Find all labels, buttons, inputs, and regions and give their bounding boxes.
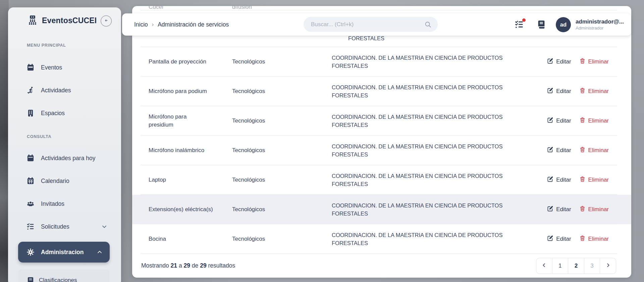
- header-right-cluster: ad administrador@... Administrador: [514, 13, 624, 36]
- service-name-cell: Micrófono para podium: [149, 87, 232, 95]
- edit-button[interactable]: Editar: [547, 117, 571, 125]
- calendar-grid-icon: [26, 177, 35, 185]
- pagination-next-button[interactable]: [600, 258, 616, 274]
- service-name-cell: Micrófono inalámbrico: [149, 146, 232, 154]
- sidebar-item-calendario[interactable]: Calendario: [8, 171, 121, 191]
- delete-button[interactable]: Eliminar: [579, 146, 609, 154]
- delete-label: Eliminar: [588, 236, 609, 242]
- edit-button[interactable]: Editar: [547, 87, 571, 95]
- edit-button[interactable]: Editar: [547, 176, 571, 184]
- delete-button[interactable]: Eliminar: [579, 205, 609, 214]
- sidebar-item-label: Clasificaciones: [39, 277, 77, 282]
- delete-button[interactable]: Eliminar: [579, 117, 609, 125]
- edit-label: Editar: [556, 147, 571, 154]
- table-row[interactable]: Micrófono para podium Tecnológicos COORD…: [132, 77, 631, 106]
- delete-button[interactable]: Eliminar: [579, 58, 609, 66]
- sidebar-item-eventos[interactable]: Eventos: [8, 58, 121, 77]
- table-row[interactable]: Laptop Tecnológicos COORDINACION. DE LA …: [132, 165, 631, 195]
- sidebar-item-invitados[interactable]: Invitados: [8, 194, 121, 214]
- results-summary: Mostrando 21 a 29 de 29 resultados: [141, 262, 235, 269]
- search-input[interactable]: [304, 21, 424, 28]
- skater-icon: [26, 86, 35, 95]
- sidebar-item-espacios[interactable]: Espacios: [8, 103, 121, 123]
- pagination: 1 2 3: [536, 258, 616, 274]
- sidebar-item-label: Actividades para hoy: [41, 155, 95, 162]
- sidebar-item-solicitudes[interactable]: Solicitudes: [8, 217, 121, 236]
- delete-label: Eliminar: [588, 147, 609, 154]
- log-book-button[interactable]: [536, 19, 546, 30]
- summary-text: Mostrando: [141, 262, 171, 269]
- summary-text: resultados: [207, 262, 235, 269]
- pagination-page-1[interactable]: 1: [552, 258, 568, 274]
- search-box: [304, 17, 438, 32]
- app-title: EventosCUCEI: [42, 16, 97, 25]
- edit-button[interactable]: Editar: [547, 205, 571, 214]
- delete-button[interactable]: Eliminar: [579, 235, 609, 243]
- summary-from: 21: [171, 262, 177, 269]
- pagination-page-3[interactable]: 3: [584, 258, 600, 274]
- breadcrumb-current: Administración de servicios: [158, 21, 229, 28]
- department-cell: COORDINACION. DE LA MAESTRIA EN CIENCIA …: [332, 113, 506, 129]
- app-window: EventosCUCEI MENU PRINCIPAL: [0, 0, 644, 282]
- trash-icon: [579, 205, 586, 214]
- breadcrumb-home-link[interactable]: Inicio: [134, 21, 148, 28]
- chevron-left-icon: [541, 262, 547, 270]
- sidebar-logo-row: EventosCUCEI: [8, 7, 121, 28]
- table-row[interactable]: Micrófono inalámbrico Tecnológicos COORD…: [132, 136, 631, 165]
- service-type-cell: Tecnológicos: [232, 236, 332, 242]
- services-table-card: Cucei difusión COORDINACION. DE LA MAEST…: [132, 6, 631, 278]
- sidebar-item-clasificaciones[interactable]: Clasificaciones: [18, 272, 110, 282]
- breadcrumb: Inicio › Administración de servicios: [134, 13, 229, 36]
- requests-notifications-button[interactable]: [514, 19, 524, 30]
- delete-label: Eliminar: [588, 88, 609, 95]
- sidebar-item-administracion[interactable]: Administracion: [18, 242, 110, 263]
- book-icon: [536, 26, 546, 31]
- checklist-icon: [514, 26, 524, 31]
- sidebar-collapse-button[interactable]: [101, 15, 112, 27]
- service-type-cell: Tecnológicos: [232, 117, 332, 124]
- app-logo-icon: [26, 14, 39, 27]
- pagination-prev-button[interactable]: [536, 258, 552, 274]
- delete-button[interactable]: Eliminar: [579, 87, 609, 95]
- delete-button[interactable]: Eliminar: [579, 176, 609, 184]
- building-icon: [26, 109, 35, 117]
- summary-to: 29: [183, 262, 190, 269]
- sidebar-item-label: Invitados: [41, 200, 64, 207]
- gear-icon: [26, 248, 35, 256]
- pencil-square-icon: [547, 176, 553, 184]
- table-row[interactable]: Micrófono para presidium Tecnológicos CO…: [132, 106, 631, 136]
- trash-icon: [579, 176, 586, 184]
- delete-label: Eliminar: [588, 58, 609, 65]
- service-type-cell: Tecnológicos: [232, 177, 332, 183]
- table-row[interactable]: Pantalla de proyección Tecnológicos COOR…: [132, 47, 631, 77]
- table-row[interactable]: Extension(es) eléctrica(s) Tecnológicos …: [132, 195, 631, 224]
- pagination-page-2-active[interactable]: 2: [568, 258, 584, 274]
- table-row[interactable]: Bocina Tecnológicos COORDINACION. DE LA …: [132, 224, 631, 254]
- summary-text: de: [190, 262, 200, 269]
- book-icon: [26, 276, 34, 282]
- sidebar: EventosCUCEI MENU PRINCIPAL: [8, 7, 121, 282]
- edit-label: Editar: [556, 58, 571, 65]
- calendar-icon: [26, 63, 35, 72]
- pencil-square-icon: [547, 117, 553, 125]
- department-cell: COORDINACION. DE LA MAESTRIA EN CIENCIA …: [332, 201, 506, 218]
- trash-icon: [579, 146, 586, 154]
- chevron-right-icon: [605, 262, 611, 270]
- edit-button[interactable]: Editar: [547, 58, 571, 66]
- delete-label: Eliminar: [588, 117, 609, 124]
- edit-label: Editar: [556, 117, 571, 124]
- department-cell: COORDINACION. DE LA MAESTRIA EN CIENCIA …: [332, 54, 506, 70]
- edit-button[interactable]: Editar: [547, 235, 571, 243]
- department-cell: COORDINACION. DE LA MAESTRIA EN CIENCIA …: [332, 83, 506, 99]
- edit-button[interactable]: Editar: [547, 146, 571, 154]
- sidebar-section-menu-principal: MENU PRINCIPAL: [8, 43, 121, 48]
- sidebar-item-label: Eventos: [41, 64, 62, 71]
- sidebar-item-actividades[interactable]: Actividades: [8, 81, 121, 100]
- sidebar-item-actividades-para-hoy[interactable]: Actividades para hoy: [8, 148, 121, 168]
- summary-text: a: [177, 262, 183, 269]
- arrow-left-icon: [103, 17, 109, 25]
- avatar[interactable]: ad: [556, 17, 571, 32]
- table-row-partial-top: Cucei difusión: [132, 6, 631, 10]
- sidebar-item-label: Actividades: [41, 87, 71, 94]
- trash-icon: [579, 117, 586, 125]
